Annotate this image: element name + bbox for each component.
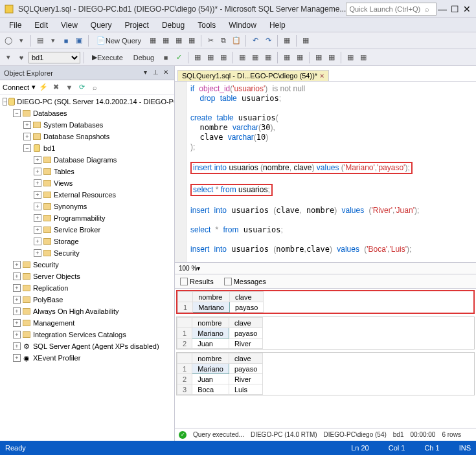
redo-button[interactable]: ↷ <box>262 35 274 47</box>
tree-diagrams[interactable]: +Database Diagrams <box>0 154 174 166</box>
tree-sec[interactable]: +Security <box>0 259 174 271</box>
stop-button[interactable]: ■ <box>160 52 172 63</box>
new-file-button[interactable]: ▤ <box>34 35 46 47</box>
new-query-button[interactable]: 📄 New Query <box>92 35 146 47</box>
menu-query[interactable]: Query <box>84 21 119 30</box>
tree-sb[interactable]: +Service Broker <box>0 224 174 236</box>
menu-project[interactable]: Project <box>119 21 155 30</box>
menu-file[interactable]: File <box>3 21 28 30</box>
tree-sec-db[interactable]: +Security <box>0 247 174 259</box>
filter-icon[interactable]: ▼ <box>64 82 74 93</box>
menu-view[interactable]: View <box>54 21 84 30</box>
tb2-icon-2[interactable]: ♥ <box>16 52 27 63</box>
search-tree-icon[interactable]: ⌕ <box>90 82 100 93</box>
tb2-i3[interactable]: ▦ <box>218 52 229 63</box>
tree-xe[interactable]: +◉XEvent Profiler <box>0 352 174 364</box>
sql-editor[interactable]: if object_id('usuarios') is not null dro… <box>175 82 476 263</box>
results-pane[interactable]: nombreclave 1Marianopayaso nombreclave 1… <box>175 289 476 428</box>
tree-ext[interactable]: +External Resources <box>0 189 174 201</box>
open-button[interactable]: ▾ <box>47 35 59 47</box>
nav-fwd-button[interactable]: ▾ <box>16 35 27 47</box>
tree-bd1[interactable]: −bd1 <box>0 142 174 154</box>
tb2-i7[interactable]: ▦ <box>281 52 293 63</box>
tb-icon-3[interactable]: ▦ <box>173 35 185 47</box>
minimize-button[interactable]: — <box>437 3 447 16</box>
save-all-button[interactable]: ▣ <box>73 35 85 47</box>
toolbar-query: ▾ ♥ bd1 ▶ Execute Debug ■ ✓ ▦ ▦ ▦ ▦ ▦ ▦ … <box>0 49 476 66</box>
tree-snap[interactable]: +Database Snapshots <box>0 131 174 142</box>
tb2-i1[interactable]: ▦ <box>192 52 203 63</box>
pin-icon[interactable]: ⊥ <box>151 69 160 78</box>
parse-button[interactable]: ✓ <box>173 52 185 63</box>
menu-tools[interactable]: Tools <box>191 21 222 30</box>
tb2-i6[interactable]: ▦ <box>262 52 274 63</box>
menu-help[interactable]: Help <box>263 21 292 30</box>
database-combo[interactable]: bd1 <box>28 52 80 63</box>
nav-back-button[interactable]: ◯ <box>3 35 14 47</box>
undo-button[interactable]: ↶ <box>249 35 261 47</box>
editor-pane: SQLQuery1.sql - DI...EGO-PC\diego (54))*… <box>175 66 476 441</box>
tb2-i2[interactable]: ▦ <box>205 52 216 63</box>
tree-tables[interactable]: +Tables <box>0 166 174 177</box>
tb2-i8[interactable]: ▦ <box>294 52 306 63</box>
menu-debug[interactable]: Debug <box>155 21 191 30</box>
execute-button[interactable]: ▶ Execute <box>87 52 128 63</box>
menu-window[interactable]: Window <box>222 21 263 30</box>
editor-tab[interactable]: SQLQuery1.sql - DI...EGO-PC\diego (54))*… <box>177 70 329 81</box>
tree-agent[interactable]: +⚙SQL Server Agent (Agent XPs disabled) <box>0 340 174 352</box>
tb2-i11[interactable]: ▦ <box>345 52 356 63</box>
results-tab[interactable]: Results <box>177 276 216 287</box>
tb2-i9[interactable]: ▦ <box>313 52 324 63</box>
quick-launch-input[interactable] <box>346 3 436 16</box>
tree-isc[interactable]: +Integration Services Catalogs <box>0 329 174 340</box>
close-button[interactable]: ✕ <box>462 3 472 16</box>
tb-icon-6[interactable]: ▦ <box>300 35 312 47</box>
tree-aoha[interactable]: +Always On High Availability <box>0 305 174 317</box>
tb2-i12[interactable]: ▦ <box>357 52 369 63</box>
explorer-dropdown-icon[interactable]: ▾ <box>141 69 150 78</box>
maximize-button[interactable]: ☐ <box>450 3 460 16</box>
tree-stor[interactable]: +Storage <box>0 236 174 247</box>
result-grid-3[interactable]: nombreclave 1Marianopayaso 2JuanRiver 3B… <box>176 352 475 395</box>
explorer-tree[interactable]: −DIEGO-PC (SQL Server 14.0.2002.14 - DIE… <box>0 94 174 441</box>
separator <box>277 35 278 47</box>
tree-poly[interactable]: +PolyBase <box>0 294 174 305</box>
stop-icon[interactable]: ✖ <box>51 82 62 93</box>
tree-so[interactable]: +Server Objects <box>0 271 174 282</box>
tb2-i5[interactable]: ▦ <box>249 52 261 63</box>
close-panel-icon[interactable]: ✕ <box>161 69 170 78</box>
messages-tab[interactable]: Messages <box>221 276 269 287</box>
tree-rep[interactable]: +Replication <box>0 282 174 294</box>
tb2-i10[interactable]: ▦ <box>326 52 337 63</box>
tb-icon-2[interactable]: ▦ <box>160 35 172 47</box>
tb-icon-1[interactable]: ▦ <box>147 35 159 47</box>
separator <box>84 52 84 63</box>
result-grid-2[interactable]: nombreclave 1Marianopayaso 2JuanRiver <box>176 316 475 350</box>
save-button[interactable]: ■ <box>60 35 72 47</box>
tree-server[interactable]: −DIEGO-PC (SQL Server 14.0.2002.14 - DIE… <box>0 96 174 107</box>
tab-close-icon[interactable]: × <box>320 72 324 80</box>
tree-databases[interactable]: −Databases <box>0 107 174 119</box>
tree-syn[interactable]: +Synonyms <box>0 201 174 212</box>
copy-button[interactable]: ⧉ <box>218 35 229 47</box>
cut-button[interactable]: ✂ <box>205 35 216 47</box>
connect-label[interactable]: Connect <box>3 83 29 91</box>
disconnect-icon[interactable]: ⚡ <box>38 82 49 93</box>
tb2-i4[interactable]: ▦ <box>236 52 248 63</box>
menu-edit[interactable]: Edit <box>28 21 54 30</box>
tb-icon-4[interactable]: ▦ <box>186 35 198 47</box>
qstatus-rows: 6 rows <box>442 431 460 438</box>
debug-button[interactable]: Debug <box>129 52 159 63</box>
tb-icon-5[interactable]: ▦ <box>281 35 293 47</box>
tb2-icon-1[interactable]: ▾ <box>3 52 14 63</box>
tree-sysdb[interactable]: +System Databases <box>0 119 174 131</box>
paste-button[interactable]: 📋 <box>231 35 242 47</box>
tree-mgmt[interactable]: +Management <box>0 317 174 329</box>
zoom-value[interactable]: 100 % <box>179 265 197 272</box>
tree-prog[interactable]: +Programmability <box>0 212 174 224</box>
table-row: 2JuanRiver <box>177 338 263 349</box>
result-grid-1[interactable]: nombreclave 1Marianopayaso <box>176 290 475 314</box>
tree-views[interactable]: +Views <box>0 177 174 189</box>
status-ch: Ch 1 <box>424 444 439 452</box>
refresh-icon[interactable]: ⟳ <box>77 82 87 93</box>
